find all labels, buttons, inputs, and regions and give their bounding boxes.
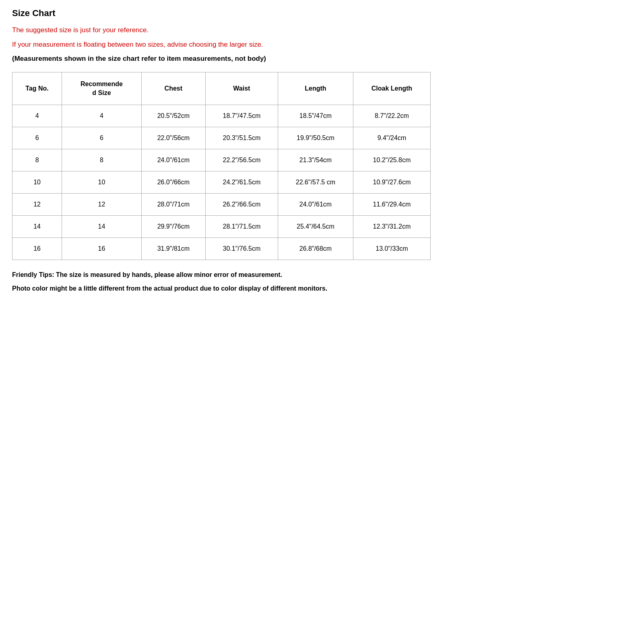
table-cell: 10.9"/27.6cm (353, 171, 430, 194)
table-cell: 14 (12, 216, 62, 238)
table-cell: 18.7"/47.5cm (205, 105, 278, 127)
notice-line2: If your measurement is floating between … (12, 39, 431, 50)
table-cell: 20.5"/52cm (141, 105, 205, 127)
table-row: 161631.9"/81cm30.1"/76.5cm26.8"/68cm13.0… (12, 238, 431, 260)
table-row: 6622.0"/56cm20.3"/51.5cm19.9"/50.5cm9.4"… (12, 127, 431, 149)
page-title: Size Chart (12, 8, 431, 19)
table-cell: 14 (62, 216, 142, 238)
col-header-chest: Chest (141, 72, 205, 105)
table-cell: 18.5"/47cm (278, 105, 353, 127)
table-cell: 22.6"/57.5 cm (278, 171, 353, 194)
table-cell: 9.4"/24cm (353, 127, 430, 149)
table-cell: 29.9"/76cm (141, 216, 205, 238)
col-header-recommended: Recommended Size (62, 72, 142, 105)
table-cell: 19.9"/50.5cm (278, 127, 353, 149)
table-cell: 8.7"/22.2cm (353, 105, 430, 127)
col-header-cloak: Cloak Length (353, 72, 430, 105)
col-header-waist: Waist (205, 72, 278, 105)
table-header-row: Tag No. Recommended Size Chest Waist Len… (12, 72, 431, 105)
footer-tip2: Photo color might be a little different … (12, 283, 431, 294)
table-cell: 26.2"/66.5cm (205, 194, 278, 216)
table-cell: 28.1"/71.5cm (205, 216, 278, 238)
table-cell: 13.0"/33cm (353, 238, 430, 260)
table-cell: 11.6"/29.4cm (353, 194, 430, 216)
table-cell: 12 (62, 194, 142, 216)
table-cell: 4 (12, 105, 62, 127)
table-cell: 24.0"/61cm (141, 149, 205, 171)
table-cell: 8 (62, 149, 142, 171)
table-cell: 31.9"/81cm (141, 238, 205, 260)
table-cell: 4 (62, 105, 142, 127)
table-cell: 28.0"/71cm (141, 194, 205, 216)
table-cell: 10 (62, 171, 142, 194)
table-cell: 10 (12, 171, 62, 194)
table-cell: 25.4"/64.5cm (278, 216, 353, 238)
table-row: 141429.9"/76cm28.1"/71.5cm25.4"/64.5cm12… (12, 216, 431, 238)
table-cell: 8 (12, 149, 62, 171)
table-row: 4420.5"/52cm18.7"/47.5cm18.5"/47cm8.7"/2… (12, 105, 431, 127)
table-cell: 12 (12, 194, 62, 216)
table-cell: 10.2"/25.8cm (353, 149, 430, 171)
col-header-length: Length (278, 72, 353, 105)
table-cell: 6 (12, 127, 62, 149)
table-cell: 22.0"/56cm (141, 127, 205, 149)
table-cell: 26.0"/66cm (141, 171, 205, 194)
table-cell: 22.2"/56.5cm (205, 149, 278, 171)
table-cell: 26.8"/68cm (278, 238, 353, 260)
col-header-tag: Tag No. (12, 72, 62, 105)
table-row: 8824.0"/61cm22.2"/56.5cm21.3"/54cm10.2"/… (12, 149, 431, 171)
table-cell: 30.1"/76.5cm (205, 238, 278, 260)
notice-line1: The suggested size is just for your refe… (12, 25, 431, 35)
table-cell: 16 (12, 238, 62, 260)
size-chart-table: Tag No. Recommended Size Chest Waist Len… (12, 72, 431, 260)
table-cell: 20.3"/51.5cm (205, 127, 278, 149)
notice-line3: (Measurements shown in the size chart re… (12, 54, 431, 64)
table-cell: 12.3"/31.2cm (353, 216, 430, 238)
table-cell: 16 (62, 238, 142, 260)
table-cell: 21.3"/54cm (278, 149, 353, 171)
table-cell: 6 (62, 127, 142, 149)
footer-tip1: Friendly Tips: The size is measured by h… (12, 270, 431, 280)
table-row: 121228.0"/71cm26.2"/66.5cm24.0"/61cm11.6… (12, 194, 431, 216)
table-row: 101026.0"/66cm24.2"/61.5cm22.6"/57.5 cm1… (12, 171, 431, 194)
table-cell: 24.2"/61.5cm (205, 171, 278, 194)
table-cell: 24.0"/61cm (278, 194, 353, 216)
